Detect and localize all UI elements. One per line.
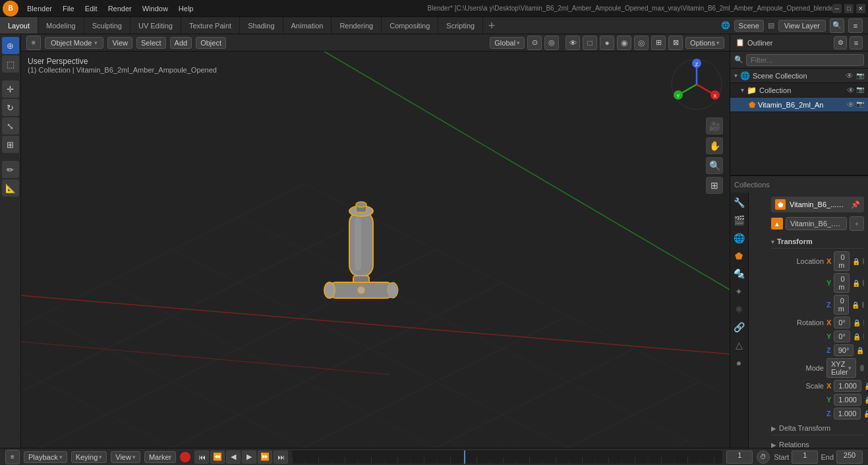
play-button[interactable]: ▶ — [242, 450, 256, 464]
viewport[interactable]: ≡ Object Mode ▾ View Select Add Object G… — [21, 34, 730, 448]
end-frame-input[interactable]: 250 — [836, 450, 863, 464]
material-shading-button[interactable]: ◉ — [617, 36, 631, 50]
rotation-z-input[interactable]: 90° — [834, 344, 854, 356]
scene-collection-expand-icon[interactable]: ▾ — [734, 72, 738, 79]
overlay-button[interactable]: ⊞ — [651, 36, 666, 50]
location-x-input[interactable]: 0 m — [834, 251, 849, 271]
pin-icon[interactable]: 📌 — [851, 201, 860, 209]
options-button[interactable]: Options ▾ — [685, 37, 724, 49]
rotation-x-lock[interactable]: 🔒 — [853, 317, 861, 328]
menu-edit[interactable]: Edit — [80, 3, 102, 14]
camera-to-view-button[interactable]: 🎥 — [706, 117, 723, 135]
jump-end-button[interactable]: ⏭ — [274, 450, 288, 464]
location-y-keyframe[interactable] — [863, 280, 864, 286]
world-prop-button[interactable]: 🌐 — [730, 230, 747, 247]
record-button[interactable] — [180, 452, 190, 462]
transform-section-header[interactable]: ▾ Transform — [771, 235, 864, 249]
playback-button[interactable]: Playback ▾ — [24, 451, 67, 463]
tab-uv-editing[interactable]: UV Editing — [130, 17, 181, 34]
constraints-prop-button[interactable]: 🔗 — [730, 319, 747, 336]
location-z-lock[interactable]: 🔒 — [852, 299, 859, 310]
transform-icon[interactable]: ⊞ — [2, 136, 19, 153]
object-visibility-icon[interactable]: 👁 — [847, 100, 855, 109]
rotation-z-lock[interactable]: 🔒 — [856, 345, 864, 356]
viewport-menu-icon[interactable]: ≡ — [26, 36, 41, 50]
view-zoom-button[interactable]: 🔍 — [706, 157, 723, 174]
timeline-view-button[interactable]: View ▾ — [111, 451, 140, 463]
current-frame-input[interactable]: 1 — [726, 450, 753, 464]
modifier-prop-button[interactable]: 🔩 — [730, 265, 747, 282]
cursor-icon[interactable]: ⊕ — [2, 37, 19, 54]
active-object-name[interactable]: Vitamin_B6_...oule_Opened — [790, 201, 847, 208]
scale-x-lock[interactable]: 🔒 — [864, 381, 868, 391]
filter-button[interactable]: ≡ — [848, 18, 863, 33]
active-tool-prop-button[interactable]: 🔧 — [730, 194, 747, 211]
particles-prop-button[interactable]: ✦ — [730, 283, 747, 300]
maximize-button[interactable]: □ — [844, 4, 854, 13]
add-workspace-button[interactable]: + — [483, 17, 500, 34]
tab-compositing[interactable]: Compositing — [382, 17, 438, 34]
rotation-y-input[interactable]: 0° — [834, 330, 850, 342]
collection-visibility-icon[interactable]: 👁 — [847, 86, 855, 95]
object-menu-button[interactable]: Object — [196, 37, 226, 49]
annotate-icon[interactable]: ✏ — [2, 161, 19, 178]
object-mode-button[interactable]: Object Mode ▾ — [45, 37, 103, 49]
new-data-button[interactable]: + — [850, 216, 864, 231]
snap-icon[interactable]: ⊙ — [527, 36, 542, 50]
search-button[interactable]: 🔍 — [830, 18, 844, 33]
location-z-input[interactable]: 0 m — [834, 295, 849, 315]
tab-animation[interactable]: Animation — [283, 17, 332, 34]
tab-rendering[interactable]: Rendering — [332, 17, 382, 34]
marker-button[interactable]: Marker — [144, 451, 176, 463]
location-x-keyframe[interactable] — [863, 258, 864, 264]
scene-prop-button[interactable]: 🎬 — [730, 212, 747, 229]
object-prop-button[interactable]: ⬟ — [730, 247, 747, 264]
add-menu-button[interactable]: Add — [170, 37, 192, 49]
scale-z-input[interactable]: 1.000 — [834, 408, 861, 419]
scale-icon[interactable]: ⤡ — [2, 117, 19, 135]
object-render-icon[interactable]: 📷 — [856, 100, 864, 109]
keying-button[interactable]: Keying ▾ — [71, 451, 107, 463]
timeline-ruler[interactable] — [292, 450, 722, 464]
data-block-name[interactable]: Vitamin_B6_...poule_Opened — [786, 217, 847, 230]
outliner-options-button[interactable]: ⚙ — [834, 36, 847, 49]
proportional-icon[interactable]: ◎ — [544, 36, 559, 50]
tab-shading[interactable]: Shading — [240, 17, 283, 34]
xray-button[interactable]: ⊠ — [668, 36, 683, 50]
collection-expand-icon[interactable]: ▾ — [741, 86, 744, 94]
move-icon[interactable]: ✛ — [2, 80, 19, 98]
location-y-input[interactable]: 0 m — [834, 273, 849, 293]
minimize-button[interactable]: ─ — [832, 4, 842, 13]
play-reverse-button[interactable]: ◀ — [226, 450, 241, 464]
scale-y-lock[interactable]: 🔒 — [864, 394, 868, 405]
relations-section[interactable]: ▶ Relations — [771, 438, 864, 448]
wireframe-shading-button[interactable]: □ — [583, 36, 597, 50]
menu-render[interactable]: Render — [103, 3, 136, 14]
view-pan-button[interactable]: ✋ — [706, 137, 723, 154]
data-prop-button[interactable]: △ — [730, 336, 747, 354]
object-row[interactable]: ⬟ Vitamin_B6_2ml_An 👁 📷 — [730, 98, 868, 112]
scene-collection-visible-icon[interactable]: 👁 — [846, 71, 854, 80]
rotation-x-keyframe[interactable] — [863, 319, 864, 326]
jump-start-button[interactable]: ⏮ — [194, 450, 209, 464]
outliner-search-input[interactable] — [746, 54, 864, 66]
rotate-icon[interactable]: ↻ — [2, 99, 19, 116]
location-z-keyframe[interactable] — [862, 301, 864, 308]
timeline-menu-icon[interactable]: ≡ — [5, 450, 20, 464]
location-x-lock[interactable]: 🔒 — [852, 256, 860, 266]
select-box-icon[interactable]: ⬚ — [2, 55, 19, 73]
tab-modeling[interactable]: Modeling — [38, 17, 84, 34]
mode-selector[interactable]: XYZ Euler ▾ — [826, 358, 856, 378]
tab-layout[interactable]: Layout — [0, 17, 38, 34]
delta-transform-section[interactable]: ▶ Delta Transform — [771, 421, 864, 435]
rotation-y-lock[interactable]: 🔒 — [853, 331, 861, 342]
tab-sculpting[interactable]: Sculpting — [84, 17, 130, 34]
view-layer-button[interactable]: View Layer — [778, 20, 826, 32]
location-y-lock[interactable]: 🔒 — [852, 278, 860, 288]
collection-row[interactable]: ▾ 📁 Collection 👁 📷 — [730, 83, 868, 98]
close-button[interactable]: ✕ — [856, 4, 865, 13]
menu-window[interactable]: Window — [138, 3, 173, 14]
viewport-canvas[interactable]: User Perspective (1) Collection | Vitami… — [21, 51, 730, 448]
start-frame-input[interactable]: 1 — [792, 450, 818, 464]
scene-selector[interactable]: Scene — [734, 20, 764, 32]
